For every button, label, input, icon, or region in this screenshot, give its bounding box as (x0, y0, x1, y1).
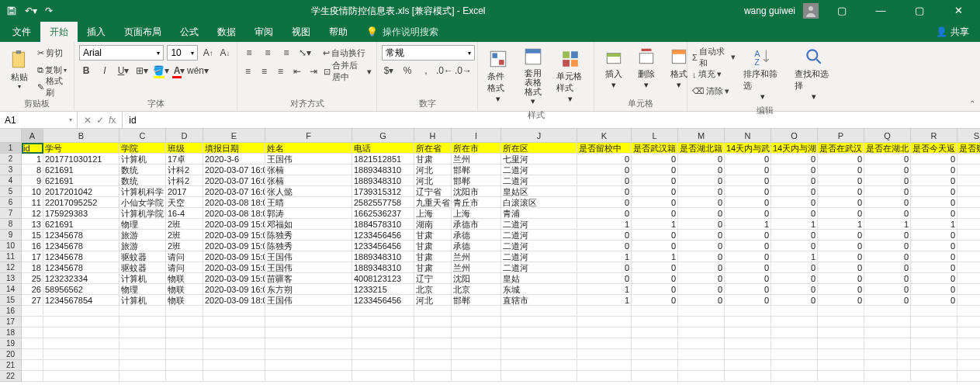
cell[interactable] (725, 338, 771, 349)
cell[interactable]: 0 (632, 175, 678, 186)
bold-button[interactable]: B (79, 64, 93, 78)
cell[interactable] (501, 371, 577, 382)
cell[interactable]: 0 (678, 165, 725, 175)
cell[interactable] (678, 306, 725, 317)
cell[interactable]: 22017095252 (43, 197, 119, 208)
cell[interactable] (265, 349, 352, 360)
cell[interactable]: 0 (725, 284, 771, 295)
cell[interactable]: 0 (911, 197, 957, 208)
cell[interactable]: 2017201042 (43, 186, 119, 197)
cell[interactable] (414, 317, 452, 327)
row-header-13[interactable]: 13 (0, 273, 22, 284)
cell[interactable] (911, 306, 957, 317)
cell[interactable]: 17 (22, 251, 43, 262)
cell[interactable]: 2020-03-09 15:03:1 (203, 251, 265, 262)
cell[interactable]: 物理 (119, 219, 166, 230)
cell[interactable]: 学号 (43, 143, 119, 154)
cell[interactable] (725, 349, 771, 360)
cell[interactable] (43, 317, 119, 327)
cell[interactable] (43, 360, 119, 371)
cell[interactable]: 北京 (452, 284, 501, 295)
cell[interactable]: 0 (725, 165, 771, 175)
cell[interactable]: 0 (911, 295, 957, 306)
row-header-3[interactable]: 3 (0, 165, 22, 175)
cell[interactable] (771, 327, 818, 338)
cell[interactable] (414, 327, 452, 338)
column-header-M[interactable]: M (678, 129, 725, 143)
align-right-button[interactable]: ≡ (275, 64, 286, 78)
cell[interactable]: 河北 (414, 165, 452, 175)
cell[interactable]: 1233456456 (352, 295, 414, 306)
cell[interactable] (119, 349, 166, 360)
cell[interactable] (119, 327, 166, 338)
row-header-21[interactable]: 21 (0, 360, 22, 371)
cell[interactable]: 计算机科学 (119, 186, 166, 197)
cell[interactable]: 0 (771, 165, 818, 175)
cell[interactable]: 12345678 (43, 241, 119, 251)
cell[interactable]: 0 (957, 208, 980, 219)
cell[interactable]: 2班 (166, 230, 203, 241)
cell[interactable]: 1 (864, 219, 911, 230)
cell[interactable] (414, 349, 452, 360)
cell[interactable] (22, 327, 43, 338)
cell[interactable] (265, 371, 352, 382)
cell[interactable] (22, 349, 43, 360)
cell[interactable]: 0 (911, 186, 957, 197)
cell[interactable]: 兰州 (452, 262, 501, 273)
column-header-N[interactable]: N (725, 129, 771, 143)
cell[interactable]: 0 (864, 165, 911, 175)
cell[interactable]: 0 (957, 197, 980, 208)
cell[interactable]: 二道河 (501, 251, 577, 262)
column-header-Q[interactable]: Q (864, 129, 911, 143)
cell[interactable]: 1 (632, 251, 678, 262)
cell[interactable]: 0 (771, 186, 818, 197)
cell[interactable] (678, 349, 725, 360)
cell[interactable]: 邯郸 (452, 295, 501, 306)
cell[interactable]: 0 (957, 165, 980, 175)
cell[interactable]: 二道河 (501, 241, 577, 251)
cell[interactable]: 8 (22, 165, 43, 175)
cell[interactable] (352, 306, 414, 317)
cell[interactable]: 0 (577, 230, 632, 241)
collapse-ribbon-button[interactable]: ⌃ (969, 99, 975, 108)
cell[interactable]: 是否武汉籍 (632, 143, 678, 154)
cell[interactable]: 1 (632, 219, 678, 230)
cell[interactable] (725, 327, 771, 338)
cell[interactable] (43, 349, 119, 360)
tab-home[interactable]: 开始 (40, 22, 78, 42)
cell[interactable]: 湖南 (414, 219, 452, 230)
cell[interactable]: 2020-03-09 15:03:2 (203, 273, 265, 284)
cell[interactable] (911, 338, 957, 349)
cell[interactable]: 沈阳 (452, 273, 501, 284)
cell[interactable] (818, 371, 864, 382)
cell[interactable] (864, 327, 911, 338)
cell[interactable]: 1 (725, 219, 771, 230)
cell[interactable] (452, 371, 501, 382)
row-header-11[interactable]: 11 (0, 251, 22, 262)
fill-button[interactable]: ↓填充▾ (692, 67, 736, 82)
cell[interactable] (265, 317, 352, 327)
cell[interactable]: 辽宁 (414, 273, 452, 284)
font-color-button[interactable]: A▾ (172, 64, 186, 78)
cut-button[interactable]: ✂剪切 (37, 45, 69, 61)
row-header-20[interactable]: 20 (0, 349, 22, 360)
cell[interactable]: 苗疆客 (265, 273, 352, 284)
cell[interactable]: 27 (22, 295, 43, 306)
cell[interactable]: 0 (864, 251, 911, 262)
cell[interactable]: 0 (678, 197, 725, 208)
cell[interactable]: 0 (911, 230, 957, 241)
cell[interactable] (452, 327, 501, 338)
cell[interactable]: 邯郸 (452, 175, 501, 186)
cell[interactable] (203, 371, 265, 382)
indent-dec-button[interactable]: ⇤ (291, 64, 303, 78)
cell[interactable]: 12345678 (43, 230, 119, 241)
cell[interactable]: 0 (818, 262, 864, 273)
cell[interactable]: 0 (818, 284, 864, 295)
cell[interactable]: 0 (771, 284, 818, 295)
cell[interactable]: 1 (577, 251, 632, 262)
cell[interactable] (501, 360, 577, 371)
cell[interactable]: 王国伟 (265, 154, 352, 165)
cell[interactable]: 0 (632, 186, 678, 197)
cell[interactable]: 二道河 (501, 230, 577, 241)
cells-area[interactable]: id学号学院班级填报日期姓名电话所在省所在市所在区是否留校中是否武汉籍是否湖北籍… (22, 143, 980, 382)
